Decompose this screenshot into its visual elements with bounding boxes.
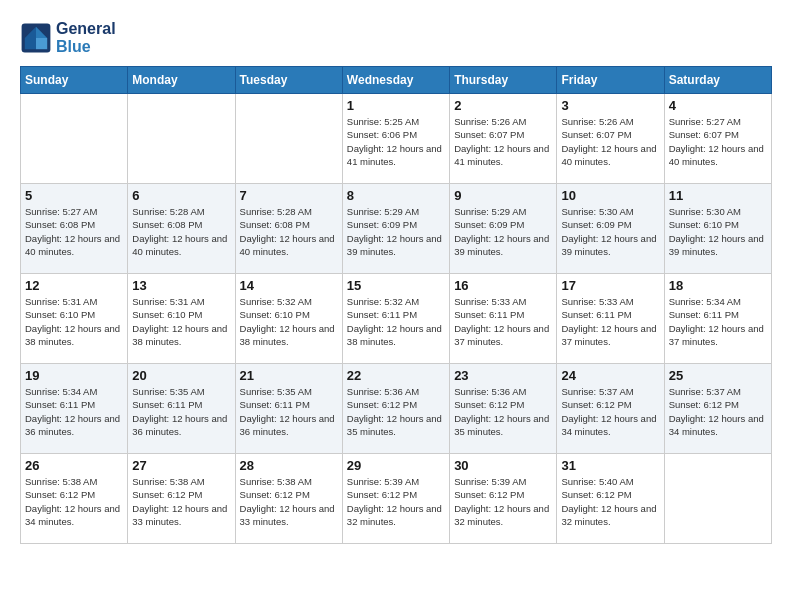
calendar-cell: 7Sunrise: 5:28 AM Sunset: 6:08 PM Daylig… [235, 184, 342, 274]
calendar-cell [21, 94, 128, 184]
day-number: 12 [25, 278, 123, 293]
day-info: Sunrise: 5:28 AM Sunset: 6:08 PM Dayligh… [240, 205, 338, 258]
calendar-cell: 31Sunrise: 5:40 AM Sunset: 6:12 PM Dayli… [557, 454, 664, 544]
calendar-cell: 1Sunrise: 5:25 AM Sunset: 6:06 PM Daylig… [342, 94, 449, 184]
day-number: 13 [132, 278, 230, 293]
day-info: Sunrise: 5:26 AM Sunset: 6:07 PM Dayligh… [454, 115, 552, 168]
calendar-cell: 22Sunrise: 5:36 AM Sunset: 6:12 PM Dayli… [342, 364, 449, 454]
day-info: Sunrise: 5:33 AM Sunset: 6:11 PM Dayligh… [454, 295, 552, 348]
logo-blue: Blue [56, 38, 116, 56]
day-number: 21 [240, 368, 338, 383]
day-number: 23 [454, 368, 552, 383]
header-wednesday: Wednesday [342, 67, 449, 94]
day-info: Sunrise: 5:31 AM Sunset: 6:10 PM Dayligh… [132, 295, 230, 348]
calendar-cell: 23Sunrise: 5:36 AM Sunset: 6:12 PM Dayli… [450, 364, 557, 454]
day-number: 25 [669, 368, 767, 383]
calendar-cell: 2Sunrise: 5:26 AM Sunset: 6:07 PM Daylig… [450, 94, 557, 184]
day-info: Sunrise: 5:36 AM Sunset: 6:12 PM Dayligh… [347, 385, 445, 438]
day-info: Sunrise: 5:38 AM Sunset: 6:12 PM Dayligh… [25, 475, 123, 528]
calendar-cell: 20Sunrise: 5:35 AM Sunset: 6:11 PM Dayli… [128, 364, 235, 454]
calendar-week-2: 12Sunrise: 5:31 AM Sunset: 6:10 PM Dayli… [21, 274, 772, 364]
day-info: Sunrise: 5:38 AM Sunset: 6:12 PM Dayligh… [240, 475, 338, 528]
svg-marker-2 [36, 38, 47, 49]
day-number: 8 [347, 188, 445, 203]
logo: General Blue [20, 20, 116, 56]
calendar-cell: 18Sunrise: 5:34 AM Sunset: 6:11 PM Dayli… [664, 274, 771, 364]
day-info: Sunrise: 5:29 AM Sunset: 6:09 PM Dayligh… [347, 205, 445, 258]
calendar-week-4: 26Sunrise: 5:38 AM Sunset: 6:12 PM Dayli… [21, 454, 772, 544]
day-number: 3 [561, 98, 659, 113]
day-info: Sunrise: 5:39 AM Sunset: 6:12 PM Dayligh… [454, 475, 552, 528]
calendar-table: SundayMondayTuesdayWednesdayThursdayFrid… [20, 66, 772, 544]
calendar-cell [128, 94, 235, 184]
day-info: Sunrise: 5:37 AM Sunset: 6:12 PM Dayligh… [561, 385, 659, 438]
day-info: Sunrise: 5:35 AM Sunset: 6:11 PM Dayligh… [240, 385, 338, 438]
header-sunday: Sunday [21, 67, 128, 94]
day-info: Sunrise: 5:29 AM Sunset: 6:09 PM Dayligh… [454, 205, 552, 258]
calendar-cell: 10Sunrise: 5:30 AM Sunset: 6:09 PM Dayli… [557, 184, 664, 274]
day-number: 19 [25, 368, 123, 383]
day-info: Sunrise: 5:32 AM Sunset: 6:10 PM Dayligh… [240, 295, 338, 348]
calendar-cell [235, 94, 342, 184]
day-number: 15 [347, 278, 445, 293]
day-info: Sunrise: 5:33 AM Sunset: 6:11 PM Dayligh… [561, 295, 659, 348]
day-number: 30 [454, 458, 552, 473]
day-info: Sunrise: 5:30 AM Sunset: 6:10 PM Dayligh… [669, 205, 767, 258]
calendar-cell: 25Sunrise: 5:37 AM Sunset: 6:12 PM Dayli… [664, 364, 771, 454]
day-info: Sunrise: 5:34 AM Sunset: 6:11 PM Dayligh… [669, 295, 767, 348]
calendar-cell: 6Sunrise: 5:28 AM Sunset: 6:08 PM Daylig… [128, 184, 235, 274]
day-number: 9 [454, 188, 552, 203]
calendar-cell: 24Sunrise: 5:37 AM Sunset: 6:12 PM Dayli… [557, 364, 664, 454]
calendar-cell: 19Sunrise: 5:34 AM Sunset: 6:11 PM Dayli… [21, 364, 128, 454]
day-number: 28 [240, 458, 338, 473]
day-number: 11 [669, 188, 767, 203]
header-friday: Friday [557, 67, 664, 94]
day-number: 22 [347, 368, 445, 383]
day-info: Sunrise: 5:34 AM Sunset: 6:11 PM Dayligh… [25, 385, 123, 438]
day-info: Sunrise: 5:37 AM Sunset: 6:12 PM Dayligh… [669, 385, 767, 438]
day-number: 31 [561, 458, 659, 473]
day-info: Sunrise: 5:32 AM Sunset: 6:11 PM Dayligh… [347, 295, 445, 348]
calendar-cell: 9Sunrise: 5:29 AM Sunset: 6:09 PM Daylig… [450, 184, 557, 274]
day-number: 29 [347, 458, 445, 473]
calendar-cell: 30Sunrise: 5:39 AM Sunset: 6:12 PM Dayli… [450, 454, 557, 544]
calendar-cell [664, 454, 771, 544]
day-info: Sunrise: 5:31 AM Sunset: 6:10 PM Dayligh… [25, 295, 123, 348]
day-number: 4 [669, 98, 767, 113]
day-number: 6 [132, 188, 230, 203]
calendar-cell: 12Sunrise: 5:31 AM Sunset: 6:10 PM Dayli… [21, 274, 128, 364]
day-number: 2 [454, 98, 552, 113]
day-number: 20 [132, 368, 230, 383]
day-info: Sunrise: 5:38 AM Sunset: 6:12 PM Dayligh… [132, 475, 230, 528]
calendar-cell: 26Sunrise: 5:38 AM Sunset: 6:12 PM Dayli… [21, 454, 128, 544]
page-header: General Blue [20, 20, 772, 56]
day-number: 14 [240, 278, 338, 293]
calendar-cell: 28Sunrise: 5:38 AM Sunset: 6:12 PM Dayli… [235, 454, 342, 544]
calendar-header-row: SundayMondayTuesdayWednesdayThursdayFrid… [21, 67, 772, 94]
day-number: 18 [669, 278, 767, 293]
day-number: 26 [25, 458, 123, 473]
calendar-cell: 14Sunrise: 5:32 AM Sunset: 6:10 PM Dayli… [235, 274, 342, 364]
logo-general: General [56, 20, 116, 38]
calendar-cell: 21Sunrise: 5:35 AM Sunset: 6:11 PM Dayli… [235, 364, 342, 454]
header-monday: Monday [128, 67, 235, 94]
header-tuesday: Tuesday [235, 67, 342, 94]
day-info: Sunrise: 5:36 AM Sunset: 6:12 PM Dayligh… [454, 385, 552, 438]
day-info: Sunrise: 5:30 AM Sunset: 6:09 PM Dayligh… [561, 205, 659, 258]
calendar-cell: 8Sunrise: 5:29 AM Sunset: 6:09 PM Daylig… [342, 184, 449, 274]
calendar-week-1: 5Sunrise: 5:27 AM Sunset: 6:08 PM Daylig… [21, 184, 772, 274]
day-number: 1 [347, 98, 445, 113]
calendar-cell: 5Sunrise: 5:27 AM Sunset: 6:08 PM Daylig… [21, 184, 128, 274]
calendar-cell: 16Sunrise: 5:33 AM Sunset: 6:11 PM Dayli… [450, 274, 557, 364]
calendar-cell: 13Sunrise: 5:31 AM Sunset: 6:10 PM Dayli… [128, 274, 235, 364]
header-saturday: Saturday [664, 67, 771, 94]
calendar-cell: 17Sunrise: 5:33 AM Sunset: 6:11 PM Dayli… [557, 274, 664, 364]
calendar-cell: 29Sunrise: 5:39 AM Sunset: 6:12 PM Dayli… [342, 454, 449, 544]
calendar-cell: 27Sunrise: 5:38 AM Sunset: 6:12 PM Dayli… [128, 454, 235, 544]
calendar-cell: 3Sunrise: 5:26 AM Sunset: 6:07 PM Daylig… [557, 94, 664, 184]
logo-icon [20, 22, 52, 54]
day-info: Sunrise: 5:40 AM Sunset: 6:12 PM Dayligh… [561, 475, 659, 528]
calendar-week-3: 19Sunrise: 5:34 AM Sunset: 6:11 PM Dayli… [21, 364, 772, 454]
day-info: Sunrise: 5:25 AM Sunset: 6:06 PM Dayligh… [347, 115, 445, 168]
calendar-week-0: 1Sunrise: 5:25 AM Sunset: 6:06 PM Daylig… [21, 94, 772, 184]
